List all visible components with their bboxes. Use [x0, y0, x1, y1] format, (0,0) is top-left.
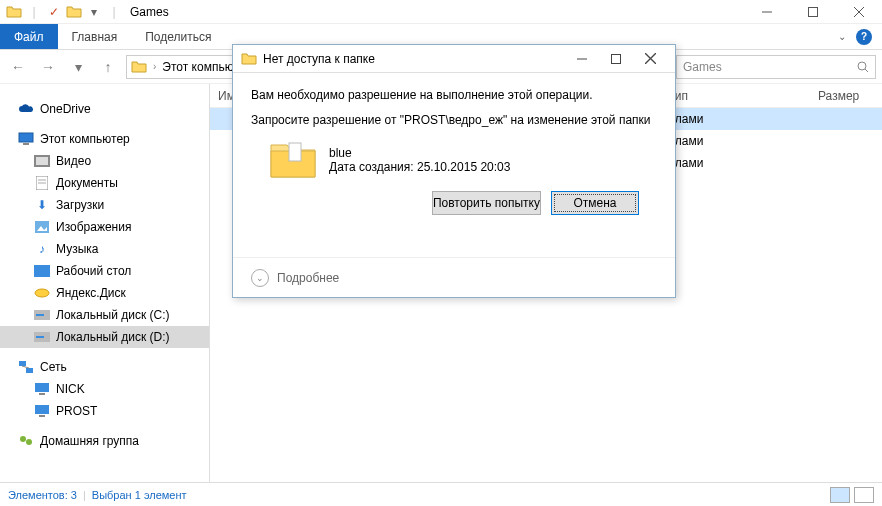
folder-icon — [269, 139, 317, 181]
window-titlebar: | ✓ ▾ | Games — [0, 0, 882, 24]
svg-point-28 — [20, 436, 26, 442]
view-details-button[interactable] — [830, 487, 850, 503]
search-icon — [857, 61, 869, 73]
check-icon[interactable]: ✓ — [46, 4, 62, 20]
svg-rect-22 — [26, 368, 33, 373]
sidebar-item-video[interactable]: Видео — [0, 150, 209, 172]
svg-rect-7 — [23, 143, 29, 145]
sidebar-item-label: Изображения — [56, 220, 131, 234]
homegroup-icon — [18, 433, 34, 449]
column-type[interactable]: Тип — [660, 89, 810, 103]
document-icon — [34, 175, 50, 191]
sidebar-item-label: Яндекс.Диск — [56, 286, 126, 300]
dialog-folder-name: blue — [329, 146, 510, 160]
sidebar-item-desktop[interactable]: Рабочий стол — [0, 260, 209, 282]
svg-rect-27 — [39, 415, 45, 417]
svg-point-16 — [35, 289, 49, 297]
sidebar-item-documents[interactable]: Документы — [0, 172, 209, 194]
file-type: илами — [660, 134, 810, 148]
view-icons-button[interactable] — [854, 487, 874, 503]
sidebar-item-this-pc[interactable]: Этот компьютер — [0, 128, 209, 150]
sidebar-item-label: Музыка — [56, 242, 98, 256]
sidebar-item-downloads[interactable]: ⬇ Загрузки — [0, 194, 209, 216]
dialog-maximize-button[interactable] — [599, 48, 633, 70]
sidebar-item-label: Локальный диск (D:) — [56, 330, 170, 344]
dialog-message-1: Вам необходимо разрешение на выполнение … — [251, 87, 657, 104]
sidebar-item-pictures[interactable]: Изображения — [0, 216, 209, 238]
svg-rect-18 — [36, 314, 44, 316]
file-type: илами — [660, 112, 810, 126]
chevron-down-icon[interactable]: ▾ — [86, 4, 102, 20]
dialog-minimize-button[interactable] — [565, 48, 599, 70]
sidebar-item-homegroup[interactable]: Домашняя группа — [0, 430, 209, 452]
tab-file[interactable]: Файл — [0, 24, 58, 49]
cancel-button[interactable]: Отмена — [551, 191, 639, 215]
maximize-button[interactable] — [790, 0, 836, 24]
sidebar-item-yandex[interactable]: Яндекс.Диск — [0, 282, 209, 304]
breadcrumb-separator-icon[interactable]: › — [153, 61, 156, 72]
sidebar-item-disk-d[interactable]: Локальный диск (D:) — [0, 326, 209, 348]
sidebar-item-music[interactable]: ♪ Музыка — [0, 238, 209, 260]
sidebar-item-disk-c[interactable]: Локальный диск (C:) — [0, 304, 209, 326]
dialog-buttons: Повторить попытку Отмена — [251, 181, 657, 215]
sidebar-item-label: Загрузки — [56, 198, 104, 212]
column-size[interactable]: Размер — [810, 89, 867, 103]
chevron-down-icon[interactable]: ⌄ — [251, 269, 269, 287]
dialog-close-button[interactable] — [633, 48, 667, 70]
collapse-ribbon-icon[interactable]: ⌄ — [838, 31, 846, 42]
divider-icon: | — [26, 4, 42, 20]
history-dropdown[interactable]: ▾ — [66, 55, 90, 79]
forward-button[interactable]: → — [36, 55, 60, 79]
folder-icon — [131, 59, 147, 75]
svg-line-5 — [865, 69, 868, 72]
sidebar-item-onedrive[interactable]: OneDrive — [0, 98, 209, 120]
tab-home[interactable]: Главная — [58, 24, 132, 49]
dialog-titlebar[interactable]: Нет доступа к папке — [233, 45, 675, 73]
picture-icon — [34, 219, 50, 235]
video-icon — [34, 153, 50, 169]
minimize-button[interactable] — [744, 0, 790, 24]
navigation-pane[interactable]: OneDrive Этот компьютер Видео Докуме — [0, 84, 210, 482]
computer-icon — [34, 403, 50, 419]
svg-rect-21 — [19, 361, 26, 366]
svg-rect-15 — [34, 265, 50, 277]
dialog-title: Нет доступа к папке — [263, 52, 375, 66]
svg-rect-6 — [19, 133, 33, 142]
sidebar-item-label: NICK — [56, 382, 85, 396]
download-icon: ⬇ — [34, 197, 50, 213]
svg-rect-20 — [36, 336, 44, 338]
sidebar-item-prost[interactable]: PROST — [0, 400, 209, 422]
quick-access-toolbar: | ✓ ▾ | — [0, 4, 122, 20]
dialog-folder-date: Дата создания: 25.10.2015 20:03 — [329, 160, 510, 174]
sidebar-item-nick[interactable]: NICK — [0, 378, 209, 400]
sidebar-item-label: Документы — [56, 176, 118, 190]
ribbon-right: ⌄ ? — [838, 24, 882, 49]
window-title: Games — [130, 5, 169, 19]
music-icon: ♪ — [34, 241, 50, 257]
folder-icon — [241, 51, 257, 67]
svg-point-29 — [26, 439, 32, 445]
svg-rect-1 — [809, 7, 818, 16]
sidebar-item-label: Локальный диск (C:) — [56, 308, 170, 322]
sidebar-item-label: PROST — [56, 404, 97, 418]
search-box[interactable]: Games — [676, 55, 876, 79]
dialog-more-link[interactable]: Подробнее — [277, 271, 339, 285]
close-button[interactable] — [836, 0, 882, 24]
status-bar: Элементов: 3 | Выбран 1 элемент — [0, 482, 882, 506]
svg-line-23 — [22, 366, 29, 368]
status-count: Элементов: 3 — [8, 489, 77, 501]
breadcrumb-segment[interactable]: Этот компьют — [162, 60, 239, 74]
up-button[interactable]: ↑ — [96, 55, 120, 79]
retry-button[interactable]: Повторить попытку — [432, 191, 541, 215]
help-icon[interactable]: ? — [856, 29, 872, 45]
cloud-icon — [18, 101, 34, 117]
drive-icon — [34, 307, 50, 323]
svg-point-4 — [858, 62, 866, 70]
back-button[interactable]: ← — [6, 55, 30, 79]
svg-rect-13 — [35, 221, 49, 233]
desktop-icon — [34, 263, 50, 279]
window-controls — [744, 0, 882, 24]
folder-icon — [6, 4, 22, 20]
sidebar-item-network[interactable]: Сеть — [0, 356, 209, 378]
tab-share[interactable]: Поделиться — [131, 24, 225, 49]
